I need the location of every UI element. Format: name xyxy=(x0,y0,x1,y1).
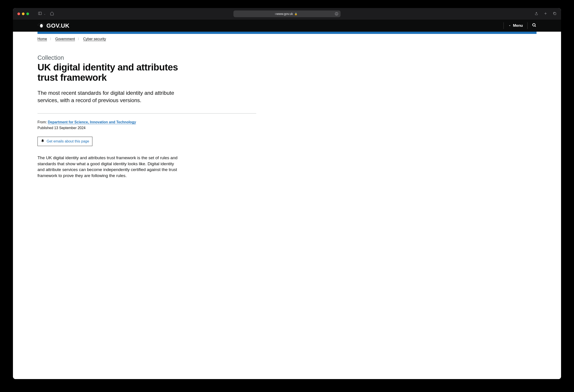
logo-text: GOV.UK xyxy=(46,22,69,29)
page-caption: Collection xyxy=(38,54,185,61)
sidebar-toggle-icon[interactable] xyxy=(38,11,42,16)
window-controls xyxy=(17,13,29,15)
url-text: www.gov.uk xyxy=(277,12,293,16)
address-bar[interactable]: ⊞ www.gov.uk 🔒 ••• xyxy=(233,10,294,17)
main-content: Collection UK digital identity and attri… xyxy=(38,43,185,104)
blue-accent-bar xyxy=(38,32,294,34)
browser-window: ⌄ ⊞ www.gov.uk 🔒 ••• xyxy=(13,8,294,201)
from-row: From: Department for Science, Innovation… xyxy=(38,120,294,124)
site-settings-icon[interactable]: ⊞ xyxy=(275,13,277,15)
crown-icon xyxy=(38,23,45,29)
email-button-label: Get emails about this page xyxy=(47,139,89,143)
body-paragraph: The UK digital identity and attributes t… xyxy=(38,155,178,179)
from-department-link[interactable]: Department for Science, Innovation and T… xyxy=(48,120,136,124)
breadcrumb-government[interactable]: Government xyxy=(55,37,75,41)
divider xyxy=(38,113,256,114)
svg-rect-0 xyxy=(38,12,41,15)
home-icon[interactable] xyxy=(50,11,54,16)
breadcrumbs: Home 〉 Government 〉 Cyber security xyxy=(38,34,294,43)
maximize-window-button[interactable] xyxy=(26,13,29,15)
page-title: UK digital identity and attributes trust… xyxy=(38,62,185,83)
bell-icon xyxy=(41,139,44,144)
toolbar-left-icons: ⌄ xyxy=(38,11,54,16)
page-metadata: From: Department for Science, Innovation… xyxy=(38,120,294,130)
site-header: GOV.UK Menu xyxy=(13,20,294,32)
close-window-button[interactable] xyxy=(17,13,20,15)
chevron-right-icon: 〉 xyxy=(50,37,53,41)
browser-toolbar: ⌄ ⊞ www.gov.uk 🔒 ••• xyxy=(13,8,294,20)
from-label: From: xyxy=(38,120,47,124)
chevron-right-icon: 〉 xyxy=(78,37,81,41)
svg-point-5 xyxy=(41,26,41,26)
breadcrumb-home[interactable]: Home xyxy=(38,37,47,41)
chevron-down-icon[interactable]: ⌄ xyxy=(44,13,45,15)
breadcrumb-cyber-security[interactable]: Cyber security xyxy=(83,37,106,41)
published-date: Published 13 September 2024 xyxy=(38,126,294,130)
page-content: Home 〉 Government 〉 Cyber security Colle… xyxy=(13,34,294,201)
page-description: The most recent standards for digital id… xyxy=(38,89,185,104)
get-emails-button[interactable]: Get emails about this page xyxy=(38,137,92,146)
minimize-window-button[interactable] xyxy=(22,13,24,15)
govuk-logo[interactable]: GOV.UK xyxy=(38,22,69,29)
